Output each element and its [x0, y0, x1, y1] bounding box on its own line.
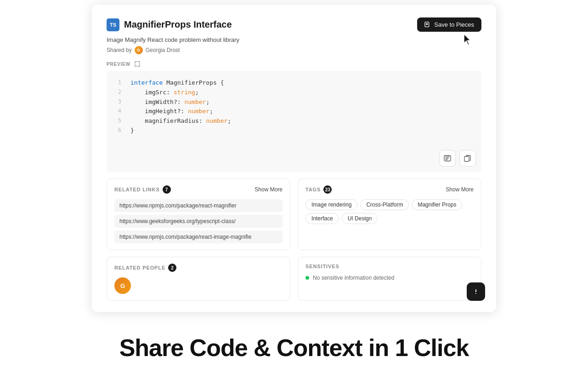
- related-people-count: 2: [168, 264, 176, 272]
- line-content: imgWidth?: number;: [130, 98, 209, 107]
- line-number: 1: [114, 78, 121, 88]
- title-row: TS MagnifierProps Interface: [107, 18, 232, 31]
- preview-header: PREVIEW: [107, 61, 481, 67]
- related-people-panel: RELATED PEOPLE 2 G: [107, 257, 290, 301]
- tags-title: TAGS: [305, 187, 321, 192]
- related-links-panel: RELATED LINKS 7 Show More https://www.np…: [107, 178, 290, 250]
- code-line: 4 imgHeight?: number;: [114, 107, 474, 116]
- preview-label: PREVIEW: [107, 62, 130, 67]
- author-avatar: G: [135, 46, 143, 54]
- tags-show-more[interactable]: Show More: [446, 186, 474, 193]
- shared-by-row: Shared by G Georgia Drost: [107, 46, 481, 54]
- status-dot-green: [305, 276, 309, 280]
- related-links-header: RELATED LINKS 7 Show More: [114, 185, 283, 194]
- related-links-title: RELATED LINKS: [114, 187, 160, 192]
- line-content: imgSrc: string;: [130, 88, 199, 98]
- line-number: 3: [114, 98, 121, 107]
- related-people-title: RELATED PEOPLE: [114, 265, 165, 270]
- line-content: interface MagnifierProps {: [130, 78, 224, 88]
- sensitives-status: No sensitive information detected: [305, 275, 474, 281]
- exclamation-icon: [472, 288, 480, 295]
- card-header: TS MagnifierProps Interface Save to Piec…: [107, 17, 481, 32]
- svg-rect-1: [426, 23, 428, 25]
- sensitives-title: SENSITIVES: [305, 264, 339, 269]
- tags-title-row: TAGS 23: [305, 185, 332, 194]
- ts-badge: TS: [107, 18, 119, 31]
- view-code-button[interactable]: [439, 150, 456, 167]
- tag-item[interactable]: Magnifier Props: [412, 199, 462, 210]
- headline: Share Code & Context in 1 Click: [0, 334, 588, 362]
- code-line: 2 imgSrc: string;: [114, 88, 474, 98]
- tags-header: TAGS 23 Show More: [305, 185, 474, 194]
- tags-panel: TAGS 23 Show More Image rendering Cross-…: [298, 178, 481, 250]
- code-block: 1 interface MagnifierProps { 2 imgSrc: s…: [107, 71, 481, 172]
- tag-item[interactable]: Image rendering: [305, 199, 357, 210]
- svg-rect-4: [475, 289, 476, 292]
- sensitives-header: SENSITIVES: [305, 264, 474, 269]
- line-content: magnifierRadius: number;: [130, 116, 231, 126]
- save-icon: [424, 22, 431, 28]
- fab-button[interactable]: [467, 282, 485, 301]
- line-number: 2: [114, 88, 121, 98]
- save-button-label: Save to Pieces: [434, 21, 474, 28]
- sensitives-panel: SENSITIVES No sensitive information dete…: [298, 257, 481, 301]
- link-item[interactable]: https://www.npmjs.com/package/react-magn…: [114, 199, 283, 212]
- tags-count: 23: [323, 185, 332, 194]
- related-people-title-row: RELATED PEOPLE 2: [114, 264, 176, 272]
- tag-item[interactable]: UI Design: [342, 213, 378, 224]
- copy-icon: [464, 155, 471, 162]
- code-actions: [439, 150, 476, 167]
- card-subtitle: Image Magnify React code problem without…: [107, 36, 481, 43]
- line-number: 4: [114, 107, 121, 116]
- view-icon: [444, 155, 451, 162]
- code-line: 1 interface MagnifierProps {: [114, 78, 474, 88]
- person-avatar: G: [114, 277, 131, 294]
- related-links-title-row: RELATED LINKS 7: [114, 185, 171, 194]
- save-to-pieces-button[interactable]: Save to Pieces: [417, 17, 481, 32]
- related-people-sensitives-row: RELATED PEOPLE 2 G SENSITIVES No sensiti…: [107, 257, 481, 301]
- related-links-count: 7: [163, 185, 171, 194]
- author-name: Georgia Drost: [146, 47, 180, 53]
- related-links-show-more[interactable]: Show More: [254, 186, 283, 193]
- link-item[interactable]: https://www.npmjs.com/package/react-imag…: [114, 230, 283, 243]
- line-content: imgHeight?: number;: [130, 107, 213, 116]
- line-content: }: [130, 126, 134, 136]
- line-number: 6: [114, 126, 121, 136]
- expand-icon[interactable]: [134, 61, 141, 67]
- shared-by-label: Shared by: [107, 47, 132, 53]
- code-lines: 1 interface MagnifierProps { 2 imgSrc: s…: [114, 78, 474, 136]
- copy-code-button[interactable]: [459, 150, 476, 167]
- tags-wrap: Image rendering Cross-Platform Magnifier…: [305, 199, 474, 224]
- related-people-header: RELATED PEOPLE 2: [114, 264, 283, 272]
- tag-item[interactable]: Interface: [305, 213, 339, 224]
- tag-item[interactable]: Cross-Platform: [360, 199, 409, 210]
- bottom-panels-row: RELATED LINKS 7 Show More https://www.np…: [107, 178, 481, 250]
- sensitives-status-text: No sensitive information detected: [313, 275, 394, 281]
- card-title: MagnifierProps Interface: [124, 19, 232, 30]
- code-line: 3 imgWidth?: number;: [114, 98, 474, 107]
- code-line: 6 }: [114, 126, 474, 136]
- svg-rect-3: [464, 156, 469, 161]
- svg-rect-5: [475, 293, 476, 294]
- code-line: 5 magnifierRadius: number;: [114, 116, 474, 126]
- line-number: 5: [114, 116, 121, 126]
- link-item[interactable]: https://www.geeksforgeeks.org/typescript…: [114, 215, 283, 228]
